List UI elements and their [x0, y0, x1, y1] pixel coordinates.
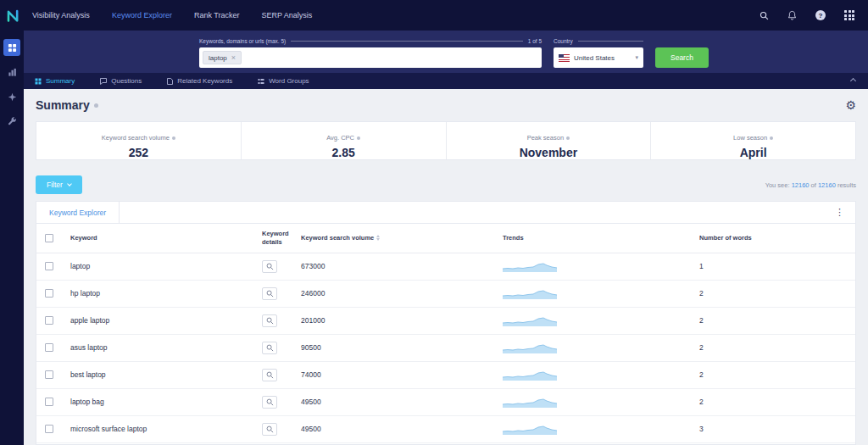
row-checkbox[interactable] [45, 425, 53, 433]
summary-stats-card: Keyword search volume 252 Avg. CPC 2.85 … [36, 121, 856, 160]
tab-questions[interactable]: Questions [100, 77, 142, 85]
info-icon[interactable] [770, 136, 773, 140]
header-keyword-details: Keyword details [259, 224, 298, 253]
keywords-field: Keywords, domains or urls (max. 5) 1 of … [199, 36, 542, 68]
select-all-checkbox[interactable] [45, 234, 53, 242]
row-checkbox[interactable] [45, 370, 53, 379]
keyword-chip[interactable]: laptop × [203, 51, 242, 64]
bell-icon[interactable] [787, 10, 797, 20]
keyword-details-button[interactable] [262, 342, 277, 354]
main-nav: Visibility Analysis Keyword Explorer Ran… [32, 11, 312, 19]
field-rule [291, 41, 523, 42]
row-checkbox[interactable] [45, 262, 53, 270]
keyword-table: Keyword Keyword details Keyword search v… [36, 224, 855, 443]
search-icon[interactable] [760, 11, 769, 20]
stat-label: Low season [733, 134, 767, 142]
tab-summary[interactable]: Summary [35, 77, 75, 85]
search-button[interactable]: Search [655, 47, 709, 68]
words-cell: 2 [699, 370, 704, 379]
app-window: Visibility Analysis Keyword Explorer Ran… [0, 0, 868, 445]
row-checkbox[interactable] [45, 289, 53, 298]
header-volume[interactable]: Keyword search volume [298, 224, 499, 253]
stat-label: Avg. CPC [326, 134, 354, 142]
logo-icon [6, 8, 20, 23]
us-flag-icon [559, 54, 570, 62]
country-field-header: Country [554, 36, 643, 45]
magnifier-icon [266, 317, 274, 325]
nav-rank-tracker[interactable]: Rank Tracker [194, 11, 240, 19]
results-shown: 12160 [792, 181, 810, 189]
keyword-cell: asus laptop [70, 343, 107, 352]
keyword-details-button[interactable] [262, 369, 277, 381]
keyword-cell: laptop [70, 262, 90, 270]
gear-icon[interactable]: ⚙ [845, 99, 856, 111]
keyword-details-button[interactable] [262, 396, 277, 409]
sidebar-item-extras[interactable] [3, 88, 20, 105]
keyword-details-button[interactable] [262, 423, 277, 436]
nav-serp-analysis[interactable]: SERP Analysis [261, 11, 312, 19]
info-icon[interactable] [172, 136, 175, 140]
app-logo[interactable] [0, 8, 25, 23]
trend-sparkline [503, 287, 557, 299]
header-words[interactable]: Number of words [696, 224, 855, 253]
magnifier-icon [266, 426, 274, 433]
wrench-icon [8, 117, 17, 126]
nav-visibility-analysis[interactable]: Visibility Analysis [32, 11, 90, 19]
trend-sparkline [503, 314, 557, 326]
stat-value: 252 [36, 146, 241, 159]
row-checkbox[interactable] [45, 398, 53, 406]
help-icon[interactable]: ? [815, 10, 826, 20]
chip-close-icon[interactable]: × [231, 54, 236, 62]
chevron-down-icon [67, 181, 72, 186]
row-checkbox[interactable] [45, 343, 53, 352]
sidebar-item-reports[interactable] [3, 64, 20, 81]
sort-icon[interactable] [376, 235, 380, 241]
keyword-table-container: Keyword Keyword details Keyword search v… [36, 224, 856, 445]
tab-word-groups[interactable]: Word Groups [258, 77, 309, 85]
stat-peak-season: Peak season November [446, 122, 651, 159]
filter-button[interactable]: Filter [36, 175, 82, 194]
nav-keyword-explorer[interactable]: Keyword Explorer [112, 11, 172, 19]
tab-related-keywords[interactable]: Related Keywords [167, 77, 232, 85]
info-icon[interactable] [94, 103, 98, 108]
tab-summary-label: Summary [46, 77, 75, 85]
sidebar-item-tools[interactable] [3, 113, 20, 130]
keyword-panel: Keyword Explorer ⋮ Keyword Keyword detai… [36, 201, 856, 445]
header-trends: Trends [499, 224, 696, 253]
words-cell: 1 [699, 262, 704, 270]
keyword-details-button[interactable] [262, 287, 277, 300]
panel-tab-keyword-explorer[interactable]: Keyword Explorer [36, 202, 120, 223]
chevron-up-icon [850, 78, 856, 84]
country-select[interactable]: United States ▾ [554, 47, 643, 68]
tab-related-keywords-label: Related Keywords [177, 77, 232, 85]
keywords-label: Keywords, domains or urls (max. 5) [199, 38, 286, 44]
page-title: Summary [36, 98, 98, 112]
words-cell: 2 [699, 398, 704, 406]
table-row: hp laptop 246000 2 [36, 280, 855, 307]
magnifier-icon [266, 344, 274, 352]
keyword-details-button[interactable] [262, 260, 277, 273]
stat-low-season: Low season April [650, 122, 855, 159]
header-keyword[interactable]: Keyword [67, 224, 259, 253]
row-checkbox[interactable] [45, 316, 53, 325]
keyword-details-button[interactable] [262, 314, 277, 327]
topbar-actions: ? [760, 10, 868, 20]
info-icon[interactable] [357, 136, 360, 140]
table-row: laptop bag 49500 2 [36, 388, 855, 415]
collapse-panel-button[interactable] [849, 77, 857, 85]
keyword-chip-label: laptop [209, 54, 227, 62]
apps-grid-icon[interactable] [844, 10, 854, 20]
trend-sparkline [503, 369, 557, 381]
sidebar-item-dashboard[interactable] [3, 39, 20, 56]
kebab-menu-icon[interactable]: ⋮ [835, 207, 855, 218]
keyword-cell: apple laptop [70, 316, 109, 325]
country-field: Country United States ▾ [554, 36, 643, 68]
tab-questions-label: Questions [111, 77, 142, 85]
words-cell: 2 [699, 343, 704, 352]
stat-value: April [651, 146, 855, 159]
stat-label: Keyword search volume [102, 134, 170, 142]
trend-sparkline [503, 396, 557, 408]
info-icon[interactable] [566, 136, 570, 140]
keywords-input[interactable]: laptop × [199, 47, 542, 68]
stat-avg-cpc: Avg. CPC 2.85 [241, 122, 446, 159]
